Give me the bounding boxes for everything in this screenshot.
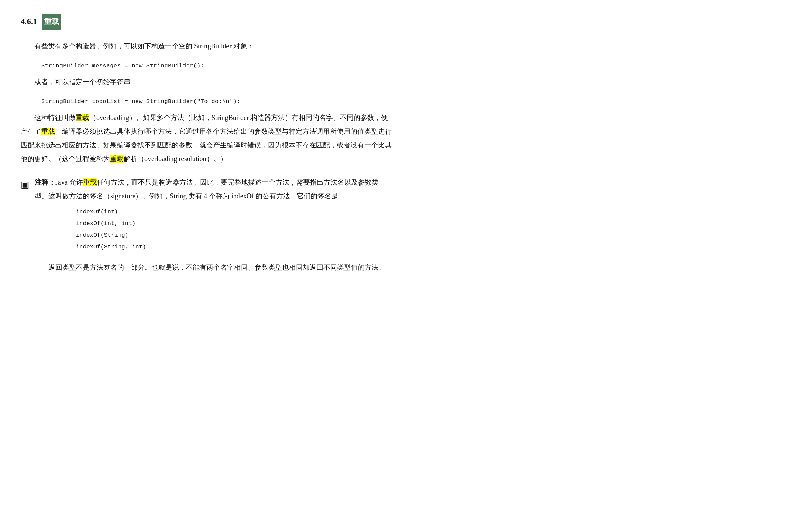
note-label: 注释： bbox=[35, 178, 55, 186]
section-number: 4.6.1 bbox=[21, 14, 37, 30]
para4-text: 返回类型不是方法签名的一部分。也就是说，不能有两个名字相同、参数类型也相同却返回… bbox=[48, 264, 385, 271]
para1-text: 有些类有多个构造器。例如，可以如下构造一个空的 StringBuilder 对象… bbox=[34, 42, 254, 50]
para2-text: 或者，可以指定一个初始字符串： bbox=[34, 78, 137, 86]
note-icon: ▣ bbox=[21, 176, 29, 194]
paragraph-1: 有些类有多个构造器。例如，可以如下构造一个空的 StringBuilder 对象… bbox=[21, 39, 392, 53]
highlight-overload-1: 重载 bbox=[76, 114, 89, 121]
code-list-item-1: indexOf(int) bbox=[76, 206, 392, 218]
highlight-overload-3: 重载 bbox=[110, 155, 124, 163]
code-block-1: StringBuilder messages = new StringBuild… bbox=[41, 60, 392, 71]
highlight-overload-2: 重载 bbox=[41, 128, 55, 135]
note-content: 注释：Java 允许重载任何方法，而不只是构造器方法。因此，要完整地描述一个方法… bbox=[35, 175, 392, 274]
code-list-item-2: indexOf(int, int) bbox=[76, 218, 392, 230]
note-box: ▣ 注释：Java 允许重载任何方法，而不只是构造器方法。因此，要完整地描述一个… bbox=[21, 175, 392, 274]
code-block-2: StringBuilder todoList = new StringBuild… bbox=[41, 96, 392, 107]
code-list-item-4: indexOf(String, int) bbox=[76, 241, 392, 253]
section-heading-highlight: 重载 bbox=[42, 14, 61, 30]
code-list-item-3: indexOf(String) bbox=[76, 230, 392, 241]
para3-text-4: 解析（overloading resolution）。） bbox=[124, 155, 227, 163]
para3-text-1: 这种特征叫做 bbox=[34, 114, 76, 121]
note-text-1: Java 允许 bbox=[55, 178, 83, 186]
paragraph-2: 或者，可以指定一个初始字符串： bbox=[21, 75, 392, 89]
section-title: 4.6.1 重载 bbox=[21, 14, 392, 30]
highlight-overload-note: 重载 bbox=[83, 178, 97, 186]
paragraph-4: 返回类型不是方法签名的一部分。也就是说，不能有两个名字相同、参数类型也相同却返回… bbox=[35, 261, 392, 274]
code-list: indexOf(int) indexOf(int, int) indexOf(S… bbox=[76, 206, 392, 253]
paragraph-3: 这种特征叫做重载（overloading）。如果多个方法（比如，StringBu… bbox=[21, 111, 392, 166]
